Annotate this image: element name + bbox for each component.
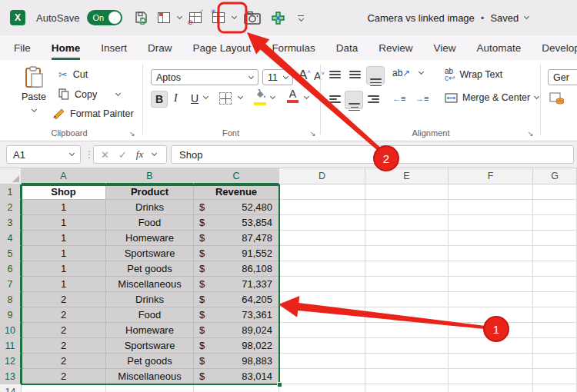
alignment-dialog-launcher-icon[interactable]: ↘ (528, 130, 534, 138)
format-painter-button[interactable]: Format Painter (52, 108, 134, 119)
cell-G4[interactable] (533, 231, 577, 246)
fill-color-dropdown-icon[interactable] (270, 94, 275, 99)
tab-insert[interactable]: Insert (101, 35, 127, 60)
autosave-toggle[interactable]: On (87, 10, 122, 25)
formula-input[interactable]: Shop (171, 145, 574, 164)
increase-indent-button[interactable]: →≡ (415, 94, 429, 103)
cell-G10[interactable] (533, 323, 577, 338)
fill-color-button[interactable] (254, 89, 266, 105)
cell-C3[interactable]: $53,854 (194, 215, 279, 231)
cell-F10[interactable] (449, 323, 533, 338)
row-header-4[interactable]: 4 (0, 231, 22, 246)
middle-align-button[interactable] (349, 71, 361, 78)
cell-D11[interactable] (279, 338, 365, 354)
cell-B9[interactable]: Food (106, 307, 194, 323)
column-header-F[interactable]: F (449, 168, 533, 184)
cell-G3[interactable] (533, 215, 577, 231)
cell-A2[interactable]: 1 (22, 200, 106, 215)
merge-center-button[interactable]: Merge & Center (445, 92, 539, 103)
cell-B11[interactable]: Sportsware (106, 338, 194, 354)
cut-button[interactable]: ✂ Cut (58, 68, 88, 81)
add-plus-icon[interactable] (268, 8, 287, 28)
camera-icon[interactable] (241, 8, 264, 28)
cell-B6[interactable]: Pet goods (106, 261, 194, 277)
cell-C6[interactable]: $86,108 (194, 261, 279, 277)
underline-button[interactable]: U (191, 92, 198, 105)
excel-logo-icon[interactable]: X (10, 10, 25, 25)
tab-page-layout[interactable]: Page Layout (193, 35, 252, 60)
insert-cells-icon[interactable]: ✳ (209, 8, 228, 28)
cell-G6[interactable] (533, 261, 577, 277)
cell-E6[interactable] (365, 261, 449, 277)
cell-E9[interactable] (365, 307, 449, 323)
cell-B12[interactable]: Pet goods (106, 354, 194, 369)
font-color-dropdown-icon[interactable] (304, 94, 309, 99)
align-right-button[interactable] (368, 95, 379, 103)
insert-cells-dropdown-icon[interactable] (232, 14, 237, 19)
cell-A14[interactable] (22, 384, 106, 392)
cell-B1[interactable]: Product (106, 184, 194, 200)
cell-G7[interactable] (533, 277, 577, 292)
cell-B5[interactable]: Sportsware (106, 246, 194, 261)
enter-icon[interactable]: ✓ (118, 149, 127, 161)
orientation-button[interactable]: ab↗ (392, 68, 410, 78)
italic-button[interactable]: I (174, 92, 178, 105)
cell-C8[interactable]: $64,205 (194, 292, 279, 307)
table-style-dropdown-icon[interactable] (177, 14, 182, 19)
cell-D3[interactable] (279, 215, 365, 231)
cell-F12[interactable] (449, 354, 533, 369)
cell-A5[interactable]: 1 (22, 246, 106, 261)
cell-C1[interactable]: Revenue (194, 184, 279, 200)
cell-A8[interactable]: 2 (22, 292, 106, 307)
cell-G13[interactable] (533, 369, 577, 384)
cell-F7[interactable] (449, 277, 533, 292)
cell-F8[interactable] (449, 292, 533, 307)
cell-E1[interactable] (365, 184, 449, 200)
cell-E5[interactable] (365, 246, 449, 261)
copy-button[interactable]: Copy (58, 88, 120, 100)
row-header-6[interactable]: 6 (0, 261, 22, 277)
cell-A10[interactable]: 2 (22, 323, 106, 338)
tab-home[interactable]: Home (52, 35, 81, 60)
tab-automate[interactable]: Automate (476, 35, 521, 60)
copy-dropdown-icon[interactable] (115, 90, 121, 95)
save-status[interactable]: Saved (490, 12, 519, 24)
cell-E3[interactable] (365, 215, 449, 231)
shrink-font-button[interactable]: A˅ (314, 70, 325, 82)
tab-data[interactable]: Data (336, 35, 359, 60)
cell-D14[interactable] (279, 384, 365, 392)
fx-dropdown-icon[interactable] (152, 151, 157, 156)
cell-D6[interactable] (279, 261, 365, 277)
underline-dropdown-icon[interactable] (203, 94, 208, 99)
name-box[interactable]: A1 (6, 145, 81, 164)
cell-A7[interactable]: 1 (22, 277, 106, 292)
cell-C9[interactable]: $73,361 (194, 307, 279, 323)
cell-C10[interactable]: $89,024 (194, 323, 279, 338)
borders-button[interactable] (219, 92, 232, 105)
decrease-indent-button[interactable]: ←≡ (392, 94, 405, 103)
column-header-G[interactable]: G (533, 168, 577, 184)
cell-B13[interactable]: Miscellaneous (106, 369, 194, 384)
cell-E2[interactable] (365, 200, 449, 215)
row-header-1[interactable]: 1 (0, 184, 22, 200)
cell-F13[interactable] (449, 369, 533, 384)
cell-E10[interactable] (365, 323, 449, 338)
row-header-12[interactable]: 12 (0, 354, 22, 369)
row-header-13[interactable]: 13 (0, 369, 22, 384)
cell-F9[interactable] (449, 307, 533, 323)
row-header-2[interactable]: 2 (0, 200, 22, 215)
row-header-11[interactable]: 11 (0, 338, 22, 354)
cell-G2[interactable] (533, 200, 577, 215)
row-header-7[interactable]: 7 (0, 277, 22, 292)
select-all-corner[interactable] (0, 168, 22, 184)
font-size-combo[interactable]: 11 (262, 69, 293, 85)
column-header-D[interactable]: D (279, 168, 365, 184)
cell-F5[interactable] (449, 246, 533, 261)
cell-G11[interactable] (533, 338, 577, 354)
cell-C12[interactable]: $98,883 (194, 354, 279, 369)
cell-G8[interactable] (533, 292, 577, 307)
cell-A3[interactable]: 1 (22, 215, 106, 231)
cell-B2[interactable]: Drinks (106, 200, 194, 215)
cell-B14[interactable] (106, 384, 194, 392)
cell-E14[interactable] (365, 384, 449, 392)
